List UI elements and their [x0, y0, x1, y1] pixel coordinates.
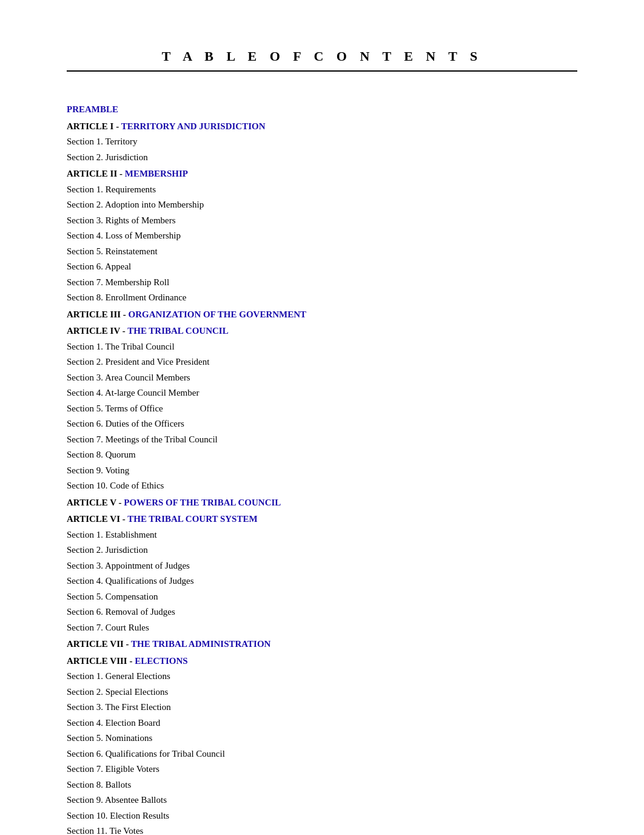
toc-section-line: Section 5. Nominations	[67, 731, 577, 746]
toc-section-line: Section 3. Area Council Members	[67, 370, 577, 386]
toc-section-line: Section 6. Duties of the Officers	[67, 416, 577, 432]
toc-section-line: Section 2. President and Vice President	[67, 354, 577, 370]
article-prefix: ARTICLE III -	[67, 309, 129, 319]
toc-section-line: Section 3. Rights of Members	[67, 213, 577, 229]
toc-section-line: Section 7. Court Rules	[67, 620, 577, 636]
toc-section-line: Section 10. Code of Ethics	[67, 478, 577, 494]
toc-section-line: Section 3. The First Election	[67, 700, 577, 715]
toc-section-line: Section 4. Loss of Membership	[67, 228, 577, 244]
toc-section-line: Section 6. Qualifications for Tribal Cou…	[67, 746, 577, 762]
article-prefix: ARTICLE VIII -	[67, 656, 135, 666]
article-vi-link[interactable]: THE TRIBAL COURT SYSTEM	[127, 514, 257, 524]
toc-article-line: ARTICLE I - TERRITORY AND JURISDICTION	[67, 119, 577, 135]
toc-section-line: Section 7. Membership Roll	[67, 275, 577, 291]
toc-section-line: Section 1. Establishment	[67, 527, 577, 543]
article-prefix: ARTICLE VI -	[67, 514, 127, 524]
preamble-link[interactable]: PREAMBLE	[67, 104, 118, 114]
toc-article-line: ARTICLE VI - THE TRIBAL COURT SYSTEM	[67, 512, 577, 527]
toc-section-line: Section 9. Absentee Ballots	[67, 793, 577, 808]
article-viii-link[interactable]: ELECTIONS	[135, 656, 188, 666]
toc-preamble-link[interactable]: PREAMBLE	[67, 102, 577, 118]
toc-section-line: Section 1. Territory	[67, 134, 577, 150]
toc-section-line: Section 2. Jurisdiction	[67, 150, 577, 166]
toc-section-line: Section 1. Requirements	[67, 182, 577, 198]
article-vii-link[interactable]: THE TRIBAL ADMINISTRATION	[131, 639, 270, 649]
toc-section-line: Section 4. Qualifications of Judges	[67, 573, 577, 589]
toc-section-line: Section 3. Appointment of Judges	[67, 558, 577, 574]
toc-section-line: Section 9. Voting	[67, 463, 577, 479]
toc-section-line: Section 10. Election Results	[67, 808, 577, 824]
toc-article-line: ARTICLE IV - THE TRIBAL COUNCIL	[67, 323, 577, 339]
toc-article-line: ARTICLE VIII - ELECTIONS	[67, 654, 577, 669]
toc-section-line: Section 7. Eligible Voters	[67, 762, 577, 777]
article-prefix: ARTICLE VII -	[67, 639, 131, 649]
toc-container: PREAMBLEARTICLE I - TERRITORY AND JURISD…	[67, 102, 577, 835]
toc-section-line: Section 8. Quorum	[67, 447, 577, 463]
toc-section-line: Section 1. The Tribal Council	[67, 339, 577, 355]
toc-section-line: Section 5. Terms of Office	[67, 401, 577, 417]
toc-section-line: Section 5. Compensation	[67, 589, 577, 605]
toc-section-line: Section 2. Jurisdiction	[67, 543, 577, 558]
toc-section-line: Section 1. General Elections	[67, 669, 577, 685]
toc-section-line: Section 5. Reinstatement	[67, 244, 577, 260]
toc-section-line: Section 2. Special Elections	[67, 685, 577, 700]
toc-section-line: Section 2. Adoption into Membership	[67, 197, 577, 213]
toc-article-line: ARTICLE III - ORGANIZATION OF THE GOVERN…	[67, 307, 577, 323]
article-prefix: ARTICLE IV -	[67, 326, 127, 336]
article-iv-link[interactable]: THE TRIBAL COUNCIL	[127, 326, 228, 336]
article-iii-link[interactable]: ORGANIZATION OF THE GOVERNMENT	[129, 309, 307, 319]
toc-section-line: Section 6. Removal of Judges	[67, 604, 577, 620]
toc-section-line: Section 8. Enrollment Ordinance	[67, 290, 577, 306]
article-ii-link[interactable]: MEMBERSHIP	[125, 169, 188, 178]
toc-section-line: Section 6. Appeal	[67, 259, 577, 275]
page-title: T A B L E O F C O N T E N T S	[67, 49, 577, 72]
article-v-link[interactable]: POWERS OF THE TRIBAL COUNCIL	[124, 498, 281, 507]
toc-section-line: Section 11. Tie Votes	[67, 823, 577, 835]
article-prefix: ARTICLE I -	[67, 121, 121, 131]
article-prefix: ARTICLE II -	[67, 169, 125, 178]
article-i-link[interactable]: TERRITORY AND JURISDICTION	[121, 121, 266, 131]
toc-article-line: ARTICLE II - MEMBERSHIP	[67, 166, 577, 182]
toc-section-line: Section 4. At-large Council Member	[67, 385, 577, 401]
toc-section-line: Section 4. Election Board	[67, 715, 577, 731]
toc-section-line: Section 8. Ballots	[67, 777, 577, 793]
toc-article-line: ARTICLE VII - THE TRIBAL ADMINISTRATION	[67, 637, 577, 652]
toc-article-line: ARTICLE V - POWERS OF THE TRIBAL COUNCIL	[67, 495, 577, 511]
article-prefix: ARTICLE V -	[67, 498, 124, 507]
toc-section-line: Section 7. Meetings of the Tribal Counci…	[67, 432, 577, 448]
